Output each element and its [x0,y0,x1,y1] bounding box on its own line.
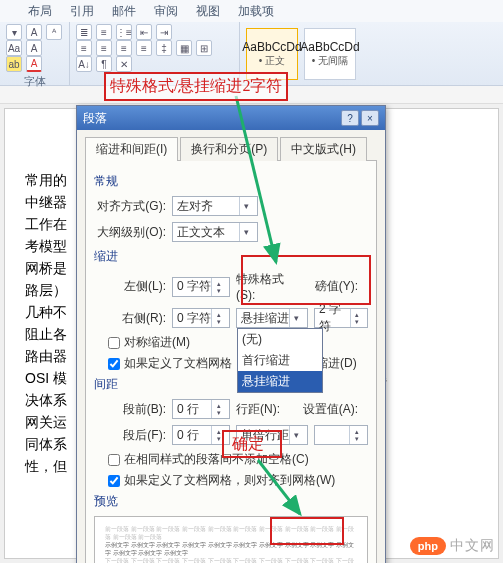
alignment-combo[interactable]: 左对齐 [172,196,258,216]
styles-group: AaBbCcDd • 正文 AaBbCcDd • 无间隔 [240,22,362,85]
section-spacing: 间距 [94,376,368,393]
font-group-label: 字体 [6,74,63,89]
outline-combo[interactable]: 正文文本 [172,222,258,242]
section-indent: 缩进 [94,248,368,265]
watermark: php 中文网 [410,537,495,555]
outline-label: 大纲级别(O): [94,224,166,241]
tab-review[interactable]: 审阅 [154,3,178,20]
style-sample: AaBbCcDd [300,40,359,54]
shrink-font-icon[interactable]: ᴬ [46,24,62,40]
chevron-down-icon[interactable] [239,197,253,215]
tab-addins[interactable]: 加载项 [238,3,274,20]
left-indent-label: 左侧(L): [94,278,166,295]
numbering-icon[interactable]: ≡ [96,24,112,40]
special-format-label: 特殊格式(S): [236,271,294,302]
before-value: 0 行 [177,401,199,418]
by-spinner[interactable]: 2 字符▴▾ [314,308,368,328]
increase-indent-icon[interactable]: ⇥ [156,24,172,40]
decrease-indent-icon[interactable]: ⇤ [136,24,152,40]
tab-view[interactable]: 视图 [196,3,220,20]
multilevel-icon[interactable]: ⋮≡ [116,24,132,40]
help-icon[interactable]: ? [341,110,359,126]
close-icon[interactable]: × [361,110,379,126]
justify-icon[interactable]: ≡ [136,40,152,56]
outline-value: 正文文本 [177,224,225,241]
section-preview: 预览 [94,493,368,510]
special-format-combo[interactable]: 悬挂缩进 (无) 首行缩进 悬挂缩进 [236,308,308,328]
before-spinner[interactable]: 0 行▴▾ [172,399,230,419]
paragraph-group-label [76,74,233,86]
tab-line-page-breaks[interactable]: 换行和分页(P) [180,137,278,161]
style-normal[interactable]: AaBbCcDd • 正文 [246,28,298,80]
grow-font-icon[interactable]: A [26,24,42,40]
mirror-indent-label: 对称缩进(M) [124,334,190,351]
checkbox-icon[interactable] [108,337,120,349]
tab-content: 常规 对齐方式(G): 左对齐 大纲级别(O): 正文文本 缩进 左侧(L): … [85,160,377,563]
at-spinner[interactable]: ▴▾ [314,425,368,445]
right-indent-value: 0 字符 [177,310,211,327]
before-label: 段前(B): [94,401,166,418]
tab-references[interactable]: 引用 [70,3,94,20]
font-size-dropdown-icon[interactable]: ▾ [6,24,22,40]
option-none[interactable]: (无) [238,329,322,350]
snap-to-grid-label: 如果定义了文档网格，则对齐到网格(W) [124,472,335,489]
dialog-title: 段落 [83,110,107,127]
tab-asian-typography[interactable]: 中文版式(H) [280,137,367,161]
align-left-icon[interactable]: ≡ [76,40,92,56]
after-label: 段后(F): [94,427,166,444]
snap-to-grid-checkbox[interactable]: 如果定义了文档网格，则对齐到网格(W) [108,472,368,489]
watermark-text: 中文网 [450,537,495,555]
shading-icon[interactable]: ▦ [176,40,192,56]
no-space-same-style-checkbox[interactable]: 在相同样式的段落间不添加空格(C) [108,451,368,468]
checkbox-icon[interactable] [108,475,120,487]
bullets-icon[interactable]: ≣ [76,24,92,40]
left-indent-spinner[interactable]: 0 字符▴▾ [172,277,230,297]
align-right-icon[interactable]: ≡ [116,40,132,56]
watermark-badge: php [410,537,446,555]
option-first-line[interactable]: 首行缩进 [238,350,322,371]
by-value: 2 字符 [319,301,350,335]
ribbon-tabs: 布局 引用 邮件 审阅 视图 加载项 [0,0,503,22]
dialog-titlebar[interactable]: 段落 ? × [77,106,385,130]
chevron-down-icon[interactable] [239,223,253,241]
font-color-icon[interactable]: A [26,56,42,72]
right-indent-label: 右侧(R): [94,310,166,327]
after-spinner[interactable]: 0 行▴▾ [172,425,230,445]
chevron-down-icon[interactable] [289,309,303,327]
show-marks-icon[interactable]: ¶ [96,56,112,72]
checkbox-icon[interactable] [108,358,120,370]
no-space-same-style-label: 在相同样式的段落间不添加空格(C) [124,451,309,468]
tab-layout[interactable]: 布局 [28,3,52,20]
by-label: 磅值(Y): [300,278,358,295]
borders-icon[interactable]: ⊞ [196,40,212,56]
alignment-value: 左对齐 [177,198,213,215]
highlight-icon[interactable]: ab [6,56,22,72]
preview-box: 前一段落 前一段落 前一段落 前一段落 前一段落 前一段落 前一段落 前一段落 … [94,516,368,563]
checkbox-icon[interactable] [108,454,120,466]
chevron-down-icon[interactable] [289,426,303,444]
right-indent-spinner[interactable]: 0 字符▴▾ [172,308,230,328]
phonetic-guide-icon[interactable]: Aa [6,40,22,56]
line-spacing-label: 行距(N): [236,401,294,418]
sort-icon[interactable]: A↓ [76,56,92,72]
char-border-icon[interactable]: A [26,40,42,56]
ribbon-body: ▾ A ᴬ Aa A ab A 字体 ≣ ≡ ⋮≡ ⇤ ⇥ ≡ ≡ ≡ ≡ ‡ … [0,22,503,86]
after-value: 0 行 [177,427,199,444]
dialog-tabs: 缩进和间距(I) 换行和分页(P) 中文版式(H) [77,130,385,160]
section-general: 常规 [94,173,368,190]
asian-layout-icon[interactable]: ✕ [116,56,132,72]
option-hanging[interactable]: 悬挂缩进 [238,371,322,392]
style-name: • 正文 [259,54,285,68]
tab-indent-spacing[interactable]: 缩进和间距(I) [85,137,178,161]
tab-mailings[interactable]: 邮件 [112,3,136,20]
line-spacing-icon[interactable]: ‡ [156,40,172,56]
style-nospacing[interactable]: AaBbCcDd • 无间隔 [304,28,356,80]
at-label: 设置值(A): [300,401,358,418]
line-spacing-combo[interactable]: 单倍行距 [236,425,308,445]
special-format-dropdown: (无) 首行缩进 悬挂缩进 [237,328,323,393]
style-sample: AaBbCcDd [242,40,301,54]
line-spacing-value: 单倍行距 [241,427,289,444]
align-center-icon[interactable]: ≡ [96,40,112,56]
special-format-value: 悬挂缩进 [241,310,289,327]
ruler[interactable] [0,86,503,104]
